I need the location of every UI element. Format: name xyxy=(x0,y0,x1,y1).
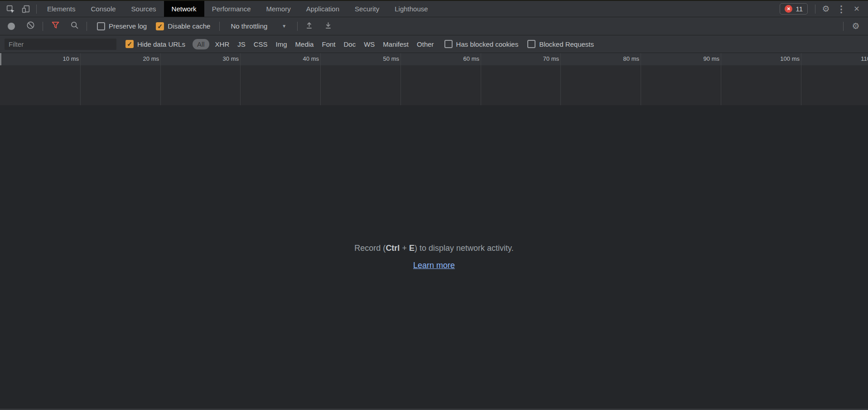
blocked-requests-toggle[interactable]: Blocked Requests xyxy=(527,40,594,48)
filter-toggle-button[interactable] xyxy=(48,20,62,33)
timeline-gridline: 10 ms xyxy=(80,53,81,105)
network-overview-timeline[interactable]: 10 ms 20 ms 30 ms 40 ms 50 ms 60 ms 70 m… xyxy=(0,53,868,105)
import-har-button[interactable] xyxy=(302,20,316,33)
disable-cache-label: Disable cache xyxy=(168,22,210,30)
throttling-dropdown[interactable]: No throttling ▼ xyxy=(228,22,289,30)
tab-application[interactable]: Application xyxy=(299,1,347,17)
blocked-requests-label: Blocked Requests xyxy=(539,40,594,48)
disable-cache-toggle[interactable]: ✓ Disable cache xyxy=(156,22,210,30)
panel-tabs: Elements Console Sources Network Perform… xyxy=(39,1,436,17)
error-icon: ✕ xyxy=(785,5,792,13)
timeline-gridline: 60 ms xyxy=(481,53,481,105)
record-hint-text: Record (Ctrl + E) to display network act… xyxy=(354,244,513,253)
devtools-tabbar: Elements Console Sources Network Perform… xyxy=(0,1,868,17)
inspect-element-button[interactable] xyxy=(3,1,18,17)
search-icon xyxy=(70,20,79,32)
throttling-value: No throttling xyxy=(231,22,267,30)
more-options-button[interactable]: ⋮ xyxy=(834,1,849,17)
timeline-tick-label: 10 ms xyxy=(63,55,79,62)
tab-elements[interactable]: Elements xyxy=(39,1,83,17)
filter-type-all[interactable]: All xyxy=(193,39,209,49)
download-icon xyxy=(323,20,333,32)
filter-type-css[interactable]: CSS xyxy=(250,39,272,50)
tab-sources[interactable]: Sources xyxy=(124,1,164,17)
error-count: 11 xyxy=(796,5,803,13)
gear-icon: ⚙ xyxy=(822,4,829,14)
clear-icon xyxy=(26,20,35,32)
tab-console[interactable]: Console xyxy=(83,1,124,17)
export-har-button[interactable] xyxy=(321,20,335,33)
has-blocked-cookies-toggle[interactable]: Has blocked cookies xyxy=(444,40,519,48)
hide-data-urls-toggle[interactable]: ✓ Hide data URLs xyxy=(125,40,185,48)
hint-text-part: + xyxy=(400,244,409,253)
hint-text-part: ) to display network activity. xyxy=(415,244,514,253)
has-blocked-cookies-checkbox[interactable] xyxy=(444,40,453,48)
device-toolbar-button[interactable] xyxy=(18,1,34,17)
preserve-log-toggle[interactable]: Preserve log xyxy=(97,22,147,30)
inspect-cursor-icon xyxy=(5,4,15,14)
filter-input[interactable] xyxy=(5,39,116,50)
blocked-requests-checkbox[interactable] xyxy=(527,40,535,48)
tab-lighthouse[interactable]: Lighthouse xyxy=(387,1,435,17)
shortcut-key-ctrl: Ctrl xyxy=(386,244,400,253)
filter-type-manifest[interactable]: Manifest xyxy=(379,39,413,50)
timeline-tick-label: 70 ms xyxy=(543,55,559,62)
has-blocked-cookies-label: Has blocked cookies xyxy=(456,40,519,48)
timeline-gridline: 90 ms xyxy=(721,53,721,105)
network-toolbar: Preserve log ✓ Disable cache No throttli… xyxy=(0,17,868,35)
timeline-left-handle[interactable] xyxy=(0,53,1,65)
timeline-gridline: 70 ms xyxy=(560,53,561,105)
timeline-tick-label: 110 ms xyxy=(861,55,868,62)
timeline-gridline: 100 ms xyxy=(801,53,801,105)
timeline-tick-label: 60 ms xyxy=(463,55,479,62)
clear-network-log-button[interactable] xyxy=(24,20,37,33)
timeline-gridline: 20 ms xyxy=(160,53,161,105)
hide-data-urls-label: Hide data URLs xyxy=(137,40,185,48)
filter-type-js[interactable]: JS xyxy=(233,39,250,50)
funnel-icon xyxy=(51,20,60,32)
close-devtools-button[interactable]: ✕ xyxy=(849,1,864,17)
timeline-tick-label: 90 ms xyxy=(704,55,719,62)
request-type-filters: All XHR JS CSS Img Media Font Doc WS Man… xyxy=(193,39,438,50)
error-count-badge[interactable]: ✕ 11 xyxy=(780,3,808,15)
divider xyxy=(297,22,298,31)
divider xyxy=(36,5,37,14)
preserve-log-checkbox[interactable] xyxy=(97,22,105,30)
network-log-empty-state: Record (Ctrl + E) to display network act… xyxy=(0,105,868,409)
timeline-tick-label: 50 ms xyxy=(383,55,399,62)
filter-type-ws[interactable]: WS xyxy=(360,39,379,50)
filter-type-xhr[interactable]: XHR xyxy=(211,39,234,50)
search-button[interactable] xyxy=(68,20,81,33)
chevron-down-icon: ▼ xyxy=(282,24,286,29)
filter-type-font[interactable]: Font xyxy=(318,39,339,50)
devtools-window: Elements Console Sources Network Perform… xyxy=(0,0,868,410)
close-icon: ✕ xyxy=(854,5,859,13)
settings-button[interactable]: ⚙ xyxy=(818,1,834,17)
timeline-gridline: 40 ms xyxy=(320,53,321,105)
gear-icon: ⚙ xyxy=(852,21,859,31)
tab-network[interactable]: Network xyxy=(164,1,204,17)
tab-security[interactable]: Security xyxy=(347,1,387,17)
divider xyxy=(43,22,43,31)
timeline-ruler xyxy=(0,53,868,65)
device-toolbar-icon xyxy=(21,4,31,14)
record-network-log-button[interactable] xyxy=(5,20,18,33)
tab-memory[interactable]: Memory xyxy=(259,1,299,17)
hint-text-part: Record ( xyxy=(354,244,386,253)
timeline-tick-label: 80 ms xyxy=(623,55,639,62)
timeline-gridline: 50 ms xyxy=(400,53,401,105)
network-settings-button[interactable]: ⚙ xyxy=(848,19,863,34)
divider xyxy=(219,22,220,31)
shortcut-key-e: E xyxy=(409,244,415,253)
filter-type-img[interactable]: Img xyxy=(272,39,291,50)
learn-more-link[interactable]: Learn more xyxy=(413,261,455,270)
disable-cache-checkbox[interactable]: ✓ xyxy=(156,22,164,30)
tab-performance[interactable]: Performance xyxy=(204,1,259,17)
hide-data-urls-checkbox[interactable]: ✓ xyxy=(125,40,134,48)
tabbar-right-controls: ✕ 11 ⚙ ⋮ ✕ xyxy=(780,1,868,17)
filter-type-doc[interactable]: Doc xyxy=(339,39,360,50)
divider xyxy=(815,5,815,14)
record-icon xyxy=(8,23,15,30)
filter-type-other[interactable]: Other xyxy=(413,39,438,50)
filter-type-media[interactable]: Media xyxy=(291,39,318,50)
